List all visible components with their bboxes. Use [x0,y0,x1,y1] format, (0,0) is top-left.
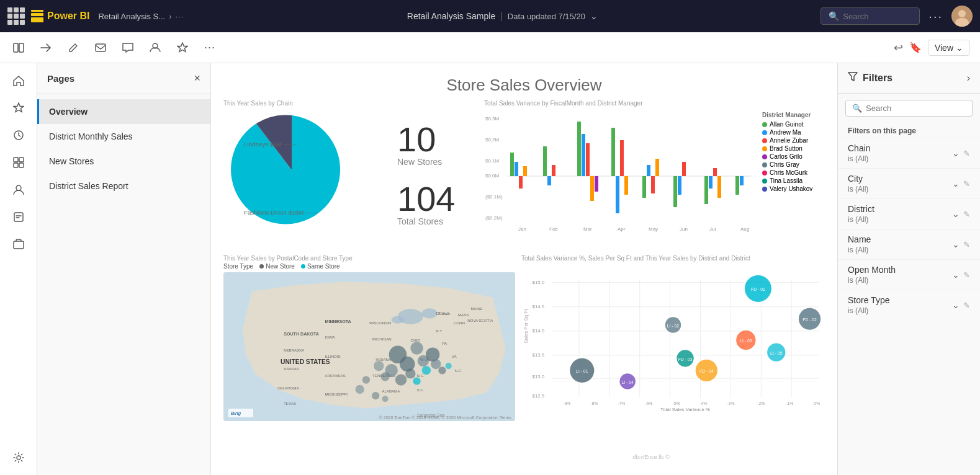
view-button[interactable]: View ⌄ [928,40,970,56]
filter-chain-info: Chain is (All) [848,143,871,163]
avatar[interactable] [951,6,973,27]
report-title-nav: Retail Analysis Sample [407,11,495,21]
page-item-new-stores[interactable]: New Stores [37,149,210,174]
svg-text:IOWA: IOWA [325,335,336,339]
search-input-nav[interactable] [843,12,905,21]
toolbar-mail-icon[interactable] [92,39,109,56]
toolbar-arrow-icon[interactable] [37,39,55,56]
kpi-total-stores[interactable]: 104 Total Stores [397,182,478,226]
sidebar-home-icon[interactable] [7,69,30,92]
filter-chain-controls: ⌄ ✎ [952,148,970,158]
filter-chain[interactable]: Chain is (All) ⌄ ✎ [838,138,980,168]
filter-city[interactable]: City is (All) ⌄ ✎ [838,168,980,198]
filter-name-chevron[interactable]: ⌄ [952,239,960,249]
filter-chain-clear[interactable]: ✎ [963,149,970,158]
page-item-district-sales[interactable]: District Sales Report [37,174,210,198]
filter-district-clear[interactable]: ✎ [963,210,970,219]
filter-district[interactable]: District is (All) ⌄ ✎ [838,198,980,229]
svg-rect-11 [19,163,24,167]
svg-rect-40 [647,165,650,176]
apps-icon[interactable] [7,7,25,25]
filters-panel: Filters › 🔍 Filters on this page Chain i… [837,63,980,475]
svg-rect-43 [673,176,677,207]
sidebar-recent-icon[interactable] [7,124,30,146]
filter-open-month-controls: ⌄ ✎ [952,270,970,280]
svg-rect-24 [515,162,518,176]
nav-more-button[interactable]: ··· [928,9,943,24]
page-item-overview[interactable]: Overview [37,99,210,124]
svg-text:Mar: Mar [583,226,592,232]
sidebar-people-icon[interactable] [7,179,30,201]
filter-city-chevron[interactable]: ⌄ [952,179,960,189]
filter-store-type[interactable]: Store Type is (All) ⌄ ✎ [838,290,980,320]
toolbar-more-icon[interactable]: ··· [201,39,218,56]
kpi-new-stores[interactable]: 10 New Stores [397,122,478,167]
svg-text:May: May [649,226,658,232]
bar-chart-title: Total Sales Variance by FiscalMonth and … [484,100,832,107]
svg-text:SOUTH DAKOTA: SOUTH DAKOTA [284,332,319,337]
toolbar-star-icon[interactable] [174,39,191,56]
svg-rect-45 [682,162,686,176]
filter-city-name: City [848,174,868,184]
sidebar-learn-icon[interactable] [7,206,30,228]
filters-header: Filters › [838,63,980,94]
breadcrumb-dots[interactable]: ··· [175,12,184,21]
map-legend: Store Type New Store Same Store [223,263,515,270]
filter-store-type-clear[interactable]: ✎ [963,301,970,310]
power-bi-bar-icon [31,10,43,22]
data-chevron[interactable]: ⌄ [590,11,598,21]
svg-rect-30 [577,122,581,176]
toolbar-reading-view[interactable] [10,39,27,56]
filter-search-input[interactable] [866,104,966,113]
sidebar-workspaces-icon[interactable] [7,233,30,255]
svg-text:FD - 03: FD - 03 [678,357,693,362]
page-item-district-monthly[interactable]: District Monthly Sales [37,124,210,149]
svg-text:$0.3M: $0.3M [485,116,500,122]
svg-text:$0.1M: $0.1M [485,158,500,164]
filter-district-chevron[interactable]: ⌄ [952,209,960,219]
bar-chart-container[interactable]: Total Sales Variance by FiscalMonth and … [484,100,832,249]
svg-point-102 [413,378,420,385]
pie-chart-container[interactable]: This Year Sales by Chain Lindseys $6M ——… [223,100,385,249]
sidebar-apps-icon[interactable] [7,151,30,174]
toolbar-comment-icon[interactable] [119,39,137,56]
pages-close-button[interactable]: × [194,72,200,85]
filter-open-month-clear[interactable]: ✎ [963,270,970,280]
map-visual[interactable]: SOUTH DAKOTA NEBRASKA KANSAS OKLAHOMA TE… [223,272,515,421]
svg-text:LI - 03: LI - 03 [740,339,752,343]
filter-district-value: is (All) [848,215,874,224]
filter-open-month-chevron[interactable]: ⌄ [952,270,960,280]
toolbar-team-icon[interactable] [146,39,164,56]
breadcrumb-current[interactable]: Retail Analysis S... [98,12,165,21]
filter-chain-chevron[interactable]: ⌄ [952,148,960,158]
filter-store-type-chevron[interactable]: ⌄ [952,300,960,310]
filter-name-clear[interactable]: ✎ [963,240,970,249]
map-container[interactable]: This Year Sales by PostalCode and Store … [223,255,515,416]
undo-button[interactable]: ↩ [894,41,903,55]
map-title: This Year Sales by PostalCode and Store … [223,255,515,262]
svg-text:NOVA SCOTIA: NOVA SCOTIA [467,318,493,322]
sidebar-settings-icon[interactable] [7,446,30,469]
svg-point-107 [446,363,452,369]
bing-watermark: Bing [228,409,253,417]
svg-point-12 [16,185,21,190]
sidebar-favorites-icon[interactable] [7,97,30,119]
svg-text:LI - 02: LI - 02 [667,324,680,328]
filter-open-month[interactable]: Open Month is (All) ⌄ ✎ [838,259,980,290]
toolbar-edit-icon[interactable] [65,39,82,56]
search-box[interactable]: 🔍 [820,7,920,25]
filter-name[interactable]: Name is (All) ⌄ ✎ [838,229,980,259]
filter-search-box[interactable]: 🔍 [845,100,973,117]
svg-text:WISCONSIN: WISCONSIN [369,321,391,325]
view-label: View [935,43,953,53]
filters-expand-button[interactable]: › [967,73,970,84]
bookmark-button[interactable]: 🔖 [909,42,922,53]
svg-point-62 [422,308,438,318]
bubble-chart-container[interactable]: Total Sales Variance %, Sales Per Sq Ft … [521,255,825,416]
filter-chain-name: Chain [848,143,871,153]
svg-text:($0.1M): ($0.1M) [485,194,503,200]
svg-text:$14.0: $14.0 [533,328,545,334]
row2: This Year Sales by PostalCode and Store … [223,255,825,416]
svg-point-99 [405,368,415,378]
filter-city-clear[interactable]: ✎ [963,179,970,189]
